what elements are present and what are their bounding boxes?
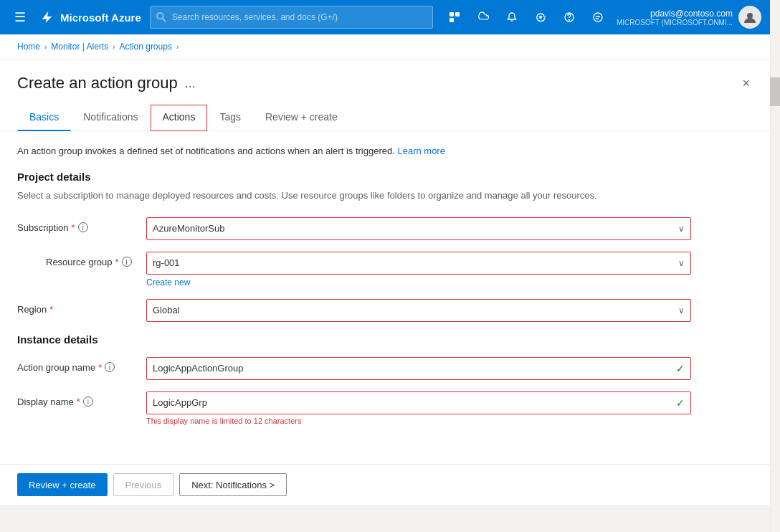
user-profile[interactable]: pdavis@contoso.com MICROSOFT (MICROSOFT.… [617, 6, 761, 29]
region-dropdown[interactable]: Global ∨ [146, 299, 691, 322]
display-name-validation: This display name is limited to 12 chara… [146, 417, 691, 425]
dn-value: LogicAppGrp [153, 397, 207, 408]
settings-icon[interactable] [528, 4, 553, 30]
form-area: An action group invokes a defined set of… [0, 131, 770, 464]
bell-icon[interactable] [499, 4, 525, 30]
region-required: * [49, 304, 53, 315]
display-name-row: Display name * i LogicAppGrp ✓ This disp… [17, 391, 753, 425]
breadcrumb-sep-2: › [113, 43, 115, 51]
action-group-name-control: LogicAppActionGroup ✓ [146, 357, 691, 380]
action-group-name-label: Action group name * i [17, 357, 146, 373]
subscription-required: * [72, 222, 75, 233]
footer: Review + create Previous Next: Notificat… [0, 464, 770, 505]
resource-group-control: rg-001 ∨ Create new [146, 252, 691, 288]
region-row: Region * Global ∨ [17, 299, 753, 322]
rg-info-icon[interactable]: i [122, 257, 132, 267]
rg-required: * [115, 257, 119, 267]
breadcrumb-sep-1: › [44, 43, 47, 51]
tab-review-create[interactable]: Review + create [253, 105, 350, 131]
subscription-label: Subscription * i [17, 217, 146, 233]
search-bar[interactable]: Search resources, services, and docs (G+… [150, 6, 433, 29]
instance-details-section: Instance details [17, 333, 753, 346]
help-icon[interactable] [556, 4, 582, 30]
action-group-name-input[interactable]: LogicAppActionGroup ✓ [146, 357, 691, 380]
search-placeholder: Search resources, services, and docs (G+… [172, 12, 338, 22]
svg-point-7 [569, 20, 569, 21]
dn-valid-icon: ✓ [676, 397, 685, 409]
tab-tags[interactable]: Tags [207, 105, 253, 131]
resource-group-label: Resource group * i [17, 252, 146, 267]
avatar [738, 6, 761, 29]
breadcrumb-monitor[interactable]: Monitor | Alerts [51, 42, 108, 52]
agn-value: LogicAppActionGroup [153, 363, 243, 374]
svg-rect-4 [450, 18, 454, 22]
create-new-link[interactable]: Create new [146, 277, 691, 288]
resource-group-dropdown[interactable]: rg-001 ∨ [146, 252, 691, 275]
subscription-info-icon[interactable]: i [78, 222, 88, 232]
display-name-label: Display name * i [17, 391, 146, 407]
instance-details-title: Instance details [17, 333, 753, 346]
tabs-bar: Basics Notifications Actions Tags Review… [0, 92, 770, 131]
action-group-name-row: Action group name * i LogicAppActionGrou… [17, 357, 753, 380]
user-tenant: MICROSOFT (MICROSOFT.ONMI... [617, 19, 733, 27]
logo-text: Microsoft Azure [60, 11, 141, 24]
subscription-row: Subscription * i AzureMonitorSub ∨ [17, 217, 753, 240]
svg-point-9 [747, 13, 753, 19]
breadcrumb-action-groups[interactable]: Action groups [120, 42, 172, 52]
subscription-chevron: ∨ [678, 224, 685, 234]
cloud-icon[interactable] [470, 4, 496, 30]
agn-required: * [98, 362, 102, 373]
resource-group-row: Resource group * i rg-001 ∨ Create new [17, 252, 753, 288]
display-name-input[interactable]: LogicAppGrp ✓ [146, 391, 691, 414]
rg-value: rg-001 [153, 257, 180, 268]
svg-point-8 [594, 13, 602, 22]
next-notifications-button[interactable]: Next: Notifications > [179, 473, 287, 496]
region-control: Global ∨ [146, 299, 691, 322]
breadcrumb-home[interactable]: Home [17, 42, 40, 52]
rg-chevron: ∨ [678, 258, 685, 268]
region-value: Global [153, 305, 180, 315]
svg-rect-2 [450, 12, 454, 16]
feedback-icon[interactable] [585, 4, 611, 30]
previous-button[interactable]: Previous [113, 473, 174, 496]
learn-more-link[interactable]: Learn more [397, 146, 444, 156]
tab-actions[interactable]: Actions [151, 105, 208, 131]
page-header: Create an action group ... × [0, 60, 770, 92]
user-name: pdavis@contoso.com [617, 9, 733, 19]
dn-required: * [77, 396, 80, 407]
project-details-title: Project details [17, 171, 753, 183]
region-label: Region * [17, 299, 146, 315]
tab-basics[interactable]: Basics [17, 105, 71, 131]
agn-valid-icon: ✓ [676, 363, 685, 374]
svg-line-1 [163, 19, 166, 22]
page-title: Create an action group [17, 74, 178, 92]
scrollbar-thumb[interactable] [770, 77, 780, 106]
svg-point-0 [157, 13, 163, 19]
review-create-button[interactable]: Review + create [17, 473, 108, 496]
main-panel: Home › Monitor | Alerts › Action groups … [0, 34, 770, 505]
svg-rect-3 [455, 12, 460, 16]
breadcrumb: Home › Monitor | Alerts › Action groups … [0, 34, 770, 60]
info-description: An action group invokes a defined set of… [17, 146, 753, 156]
dn-info-icon[interactable]: i [83, 396, 93, 407]
azure-logo: Microsoft Azure [40, 10, 141, 24]
close-button[interactable]: × [739, 74, 753, 92]
topbar-icons: pdavis@contoso.com MICROSOFT (MICROSOFT.… [442, 4, 761, 30]
scrollbar[interactable] [770, 34, 780, 532]
portal-icon[interactable] [442, 4, 467, 30]
hamburger-menu[interactable]: ☰ [9, 6, 32, 28]
subscription-control: AzureMonitorSub ∨ [146, 217, 691, 240]
subscription-value: AzureMonitorSub [153, 223, 224, 234]
agn-info-icon[interactable]: i [105, 362, 115, 372]
breadcrumb-sep-3: › [176, 43, 179, 51]
region-chevron: ∨ [678, 305, 685, 315]
display-name-control: LogicAppGrp ✓ This display name is limit… [146, 391, 691, 425]
project-details-desc: Select a subscription to manage deployed… [17, 189, 753, 203]
more-options-button[interactable]: ... [185, 76, 196, 91]
subscription-dropdown[interactable]: AzureMonitorSub ∨ [146, 217, 691, 240]
topbar: ☰ Microsoft Azure Search resources, serv… [0, 0, 770, 34]
tab-notifications[interactable]: Notifications [71, 105, 150, 131]
